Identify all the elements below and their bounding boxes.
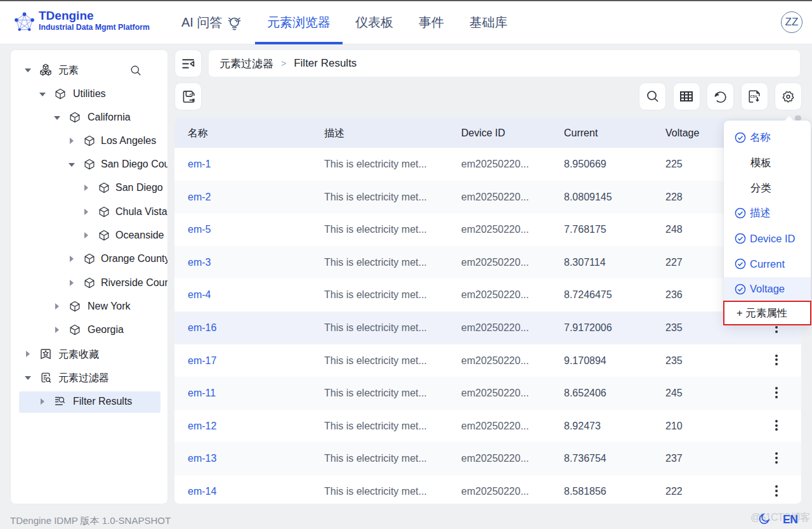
svg-text:CSV: CSV bbox=[750, 95, 757, 98]
